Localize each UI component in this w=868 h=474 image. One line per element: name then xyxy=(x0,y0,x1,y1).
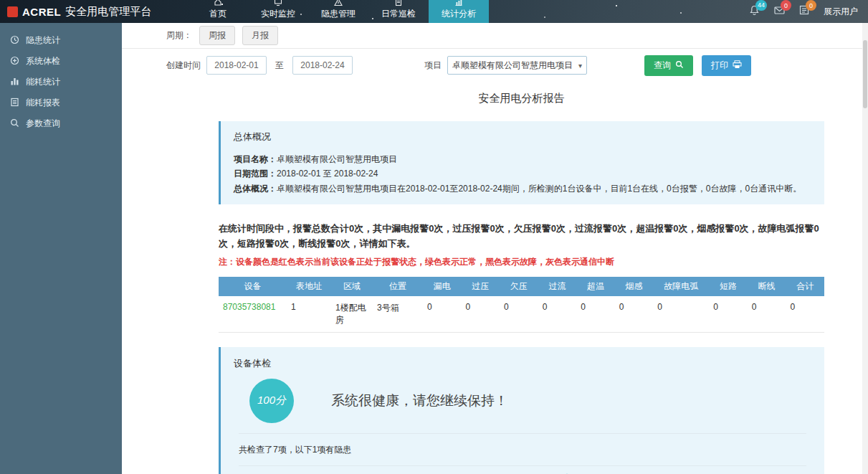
notifications-badge: 44 xyxy=(755,0,767,11)
table-cell: 0 xyxy=(709,296,748,333)
sidebar-item-energy-report[interactable]: 能耗报表 xyxy=(0,93,122,113)
table-cell: 0 xyxy=(462,296,500,333)
overview-panel: 总体概况 项目名称：卓顺塑模有限公司智慧用电项目 日期范围：2018-02-01… xyxy=(219,121,824,204)
nav-label: 隐患管理 xyxy=(321,8,356,20)
col-header: 漏电 xyxy=(423,277,462,296)
notifications-button[interactable]: 44 xyxy=(749,5,760,19)
summary-value: 卓顺塑模有限公司智慧用电项目在2018-02-01至2018-02-24期间，所… xyxy=(277,184,801,194)
nav-label: 统计分析 xyxy=(442,8,476,20)
date-range-value: 2018-02-01 至 2018-02-24 xyxy=(277,169,378,179)
health-message: 系统很健康，请您继续保持！ xyxy=(331,392,508,410)
main-nav: 首页 实时监控 隐患管理 日常巡检 统计分析 xyxy=(188,0,489,23)
nav-label: 实时监控 xyxy=(261,8,295,20)
brand: ACREL 安全用电管理平台 xyxy=(0,0,188,23)
messages-badge: 0 xyxy=(781,0,791,11)
project-name-label: 项目名称： xyxy=(234,154,277,164)
sidebar-item-system-check[interactable]: 系统体检 xyxy=(0,51,122,72)
date-from-input[interactable] xyxy=(206,56,267,75)
monthly-report-button[interactable]: 月报 xyxy=(242,26,278,45)
nav-item-hazard-management[interactable]: 隐患管理 xyxy=(308,0,368,23)
table-cell: 0 xyxy=(576,296,615,333)
project-selected-value: 卓顺塑模有限公司智慧用电项目 xyxy=(452,60,576,72)
report-area: 安全用电分析报告 总体概况 项目名称：卓顺塑模有限公司智慧用电项目 日期范围：2… xyxy=(219,82,824,474)
print-button-label: 打印 xyxy=(711,60,728,72)
tasks-button[interactable]: 0 xyxy=(799,5,809,18)
device-link[interactable]: 87035738081 xyxy=(223,302,275,312)
chevron-down-icon: ▾ xyxy=(578,62,582,70)
col-header: 位置 xyxy=(373,277,423,296)
to-label: 至 xyxy=(275,60,284,72)
col-header: 合计 xyxy=(786,277,824,296)
health-indicator-row: V A S xyxy=(221,466,824,474)
messages-button[interactable]: 0 xyxy=(774,5,785,18)
table-cell: 1 xyxy=(287,296,331,333)
col-header: 断线 xyxy=(748,277,786,296)
sidebar-item-param-query[interactable]: 参数查询 xyxy=(0,113,122,134)
weekly-report-button[interactable]: 周报 xyxy=(199,26,235,45)
project-name-line: 项目名称：卓顺塑模有限公司智慧用电项目 xyxy=(234,152,811,166)
search-icon xyxy=(10,118,19,130)
report-title: 安全用电分析报告 xyxy=(219,92,824,105)
table-cell: 0 xyxy=(786,296,824,333)
check-summary: 共检查了7项，以下1项有隐患 xyxy=(221,434,824,465)
overview-heading: 总体概况 xyxy=(234,131,811,143)
sidebar-item-label: 能耗统计 xyxy=(26,76,60,88)
project-label: 项目 xyxy=(424,60,442,72)
top-navbar: ACREL 安全用电管理平台 首页 实时监控 隐患管理 日常巡检 统计分 xyxy=(0,0,868,23)
table-cell: 0 xyxy=(423,296,462,333)
table-cell: 0 xyxy=(748,296,786,333)
sidebar-item-label: 参数查询 xyxy=(26,118,60,130)
alarm-stats-paragraph: 在统计时间段中，报警总数合计0次，其中漏电报警0次，过压报警0次，欠压报警0次，… xyxy=(219,222,824,252)
sidebar-item-hazard-stats[interactable]: 隐患统计 xyxy=(0,30,122,51)
sidebar-item-energy-stats[interactable]: 能耗统计 xyxy=(0,72,122,93)
summary-label: 总体概况： xyxy=(234,184,277,194)
sidebar-item-label: 系统体检 xyxy=(26,55,60,67)
period-label: 周期： xyxy=(166,29,192,42)
history-clock-icon xyxy=(10,35,19,47)
query-button[interactable]: 查询 xyxy=(644,55,693,76)
col-header: 欠压 xyxy=(500,277,538,296)
col-header: 超温 xyxy=(576,277,615,296)
table-row: 87035738081 1 1楼配电房 3号箱 0 0 0 0 0 0 0 0 xyxy=(219,296,824,333)
project-select[interactable]: 卓顺塑模有限公司智慧用电项目 ▾ xyxy=(447,56,587,75)
nav-item-realtime-monitor[interactable]: 实时监控 xyxy=(248,0,308,23)
health-score-badge: 100分 xyxy=(249,379,294,423)
scrollbar-thumb[interactable] xyxy=(863,40,867,108)
navbar-right: 44 0 0 展示用户 xyxy=(749,0,868,23)
nav-label: 首页 xyxy=(209,8,226,20)
acrel-logo-icon xyxy=(7,6,18,17)
print-button[interactable]: 打印 xyxy=(702,55,751,76)
col-header: 故障电弧 xyxy=(653,277,709,296)
col-header: 短路 xyxy=(709,277,748,296)
nav-item-statistics-analysis[interactable]: 统计分析 xyxy=(429,0,489,23)
app-title: 安全用电管理平台 xyxy=(65,5,151,19)
sidebar: 隐患统计 系统体检 能耗统计 能耗报表 参数查询 xyxy=(0,23,122,474)
vertical-scrollbar[interactable] xyxy=(862,23,868,474)
table-cell: 0 xyxy=(500,296,538,333)
create-time-label: 创建时间 xyxy=(166,60,201,72)
col-header: 设备 xyxy=(219,277,287,296)
brand-logo-text: ACREL xyxy=(22,6,61,18)
date-range-line: 日期范围：2018-02-01 至 2018-02-24 xyxy=(234,166,811,181)
table-cell: 0 xyxy=(653,296,709,333)
chart-icon xyxy=(454,0,463,6)
col-header: 表地址 xyxy=(287,277,331,296)
health-heading: 设备体检 xyxy=(221,357,824,370)
printer-icon xyxy=(733,60,742,71)
clipboard-icon xyxy=(394,0,403,6)
nav-item-home[interactable]: 首页 xyxy=(188,0,248,23)
col-header: 过压 xyxy=(462,277,500,296)
nav-item-daily-inspection[interactable]: 日常巡检 xyxy=(368,0,429,23)
document-icon xyxy=(10,98,19,109)
date-to-input[interactable] xyxy=(292,56,353,75)
user-menu[interactable]: 展示用户 xyxy=(824,6,858,18)
tasks-badge: 0 xyxy=(806,0,816,11)
home-icon xyxy=(214,0,222,6)
main-content: 周期： 周报 月报 创建时间 至 项目 卓顺塑模有限公司智慧用电项目 ▾ 查询 xyxy=(122,23,868,474)
col-header: 烟感 xyxy=(615,277,654,296)
search-icon xyxy=(675,60,684,71)
nav-label: 日常巡检 xyxy=(381,8,416,20)
period-filter-bar: 周期： 周报 月报 xyxy=(122,23,868,49)
app-root: ACREL 安全用电管理平台 首页 实时监控 隐患管理 日常巡检 统计分 xyxy=(0,0,868,474)
device-health-panel: 设备体检 100分 系统很健康，请您继续保持！ 共检查了7项，以下1项有隐患 V… xyxy=(219,347,824,474)
